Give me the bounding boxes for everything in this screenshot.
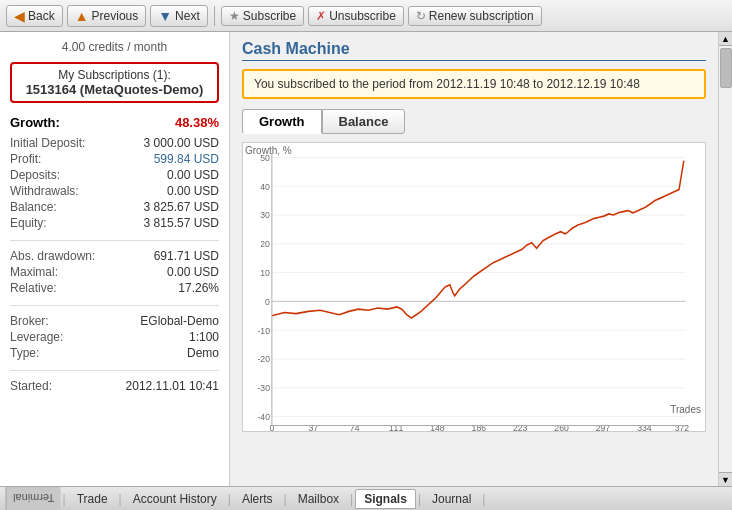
svg-text:74: 74	[350, 422, 360, 431]
next-icon: ▼	[158, 8, 172, 24]
credits-text: 4.00 credits / month	[62, 40, 167, 54]
chart-container: Growth, % Trades 50	[242, 142, 706, 432]
growth-row: Growth: 48.38%	[10, 115, 219, 130]
right-panel: Cash Machine You subscribed to the perio…	[230, 32, 718, 486]
bottom-tab-mailbox[interactable]: Mailbox	[289, 489, 348, 509]
drawdown-value: 17.26%	[178, 281, 219, 295]
svg-text:372: 372	[675, 422, 689, 431]
svg-text:-40: -40	[257, 411, 270, 422]
drawdown-label: Relative:	[10, 281, 57, 295]
growth-value: 48.38%	[175, 115, 219, 130]
svg-text:20: 20	[260, 239, 270, 250]
back-button[interactable]: ◀ Back	[6, 5, 63, 27]
scrollbar-down-button[interactable]: ▼	[719, 472, 733, 486]
subscribe-button[interactable]: ★ Subscribe	[221, 6, 304, 26]
broker-label: Leverage:	[10, 330, 63, 344]
broker-value: Demo	[187, 346, 219, 360]
stat-row: Withdrawals:0.00 USD	[10, 184, 219, 198]
bottom-tab-signals[interactable]: Signals	[355, 489, 416, 509]
stat-value: 3 815.57 USD	[144, 216, 219, 230]
stats-section: Initial Deposit:3 000.00 USDProfit:599.8…	[10, 136, 219, 230]
subscription-notice: You subscribed to the period from 2012.1…	[242, 69, 706, 99]
bottom-sep-1: |	[119, 492, 122, 506]
drawdown-row: Abs. drawdown:691.71 USD	[10, 249, 219, 263]
stat-label: Equity:	[10, 216, 47, 230]
svg-text:10: 10	[260, 267, 270, 278]
scrollbar[interactable]: ▲ ▼	[718, 32, 732, 486]
stat-value: 0.00 USD	[167, 184, 219, 198]
subscribe-label: Subscribe	[243, 9, 296, 23]
divider-1	[10, 240, 219, 241]
renew-label: Renew subscription	[429, 9, 534, 23]
svg-text:186: 186	[472, 422, 486, 431]
subscribe-icon: ★	[229, 9, 240, 23]
signal-title: Cash Machine	[242, 40, 706, 61]
broker-row: Leverage:1:100	[10, 330, 219, 344]
svg-text:0: 0	[265, 296, 270, 307]
svg-text:30: 30	[260, 210, 270, 221]
stat-label: Profit:	[10, 152, 41, 166]
stat-row: Equity:3 815.57 USD	[10, 216, 219, 230]
drawdown-value: 0.00 USD	[167, 265, 219, 279]
broker-section: Broker:EGlobal-DemoLeverage:1:100Type:De…	[10, 314, 219, 360]
scrollbar-up-button[interactable]: ▲	[719, 32, 733, 46]
bottom-separator-0: |	[63, 492, 66, 506]
stat-label: Initial Deposit:	[10, 136, 85, 150]
subscription-box: My Subscriptions (1): 1513164 (MetaQuote…	[10, 62, 219, 103]
previous-icon: ▲	[75, 8, 89, 24]
drawdown-label: Abs. drawdown:	[10, 249, 95, 263]
divider-3	[10, 370, 219, 371]
svg-text:334: 334	[637, 422, 651, 431]
broker-label: Type:	[10, 346, 39, 360]
started-value: 2012.11.01 10:41	[126, 379, 219, 393]
stat-row: Deposits:0.00 USD	[10, 168, 219, 182]
next-button[interactable]: ▼ Next	[150, 5, 208, 27]
started-row: Started: 2012.11.01 10:41	[10, 379, 219, 393]
stat-row: Profit:599.84 USD	[10, 152, 219, 166]
subscription-title: My Subscriptions (1):	[20, 68, 209, 82]
bottom-sep-5: |	[418, 492, 421, 506]
chart-tab-growth[interactable]: Growth	[242, 109, 322, 134]
svg-text:-30: -30	[257, 383, 270, 394]
separator-1	[214, 6, 215, 26]
drawdown-section: Abs. drawdown:691.71 USDMaximal:0.00 USD…	[10, 249, 219, 295]
broker-label: Broker:	[10, 314, 49, 328]
unsubscribe-label: Unsubscribe	[329, 9, 396, 23]
renew-button[interactable]: ↻ Renew subscription	[408, 6, 542, 26]
bottom-tab-journal[interactable]: Journal	[423, 489, 480, 509]
credits-info: 4.00 credits / month	[10, 40, 219, 54]
svg-text:37: 37	[308, 422, 318, 431]
previous-button[interactable]: ▲ Previous	[67, 5, 147, 27]
svg-text:223: 223	[513, 422, 527, 431]
bottom-tab-alerts[interactable]: Alerts	[233, 489, 282, 509]
subscription-id: 1513164 (MetaQuotes-Demo)	[20, 82, 209, 97]
stat-row: Balance:3 825.67 USD	[10, 200, 219, 214]
stat-value: 3 000.00 USD	[144, 136, 219, 150]
svg-text:-20: -20	[257, 354, 270, 365]
back-icon: ◀	[14, 8, 25, 24]
previous-label: Previous	[92, 9, 139, 23]
svg-text:148: 148	[430, 422, 444, 431]
stat-label: Withdrawals:	[10, 184, 79, 198]
left-panel: 4.00 credits / month My Subscriptions (1…	[0, 32, 230, 486]
drawdown-row: Relative:17.26%	[10, 281, 219, 295]
stat-value: 3 825.67 USD	[144, 200, 219, 214]
chart-tabs: GrowthBalance	[242, 109, 706, 134]
bottom-tab-account-history[interactable]: Account History	[124, 489, 226, 509]
bottom-bar: Terminal | Trade | Account History | Ale…	[0, 486, 732, 510]
terminal-label: Terminal	[6, 487, 61, 510]
stat-label: Balance:	[10, 200, 57, 214]
svg-text:40: 40	[260, 181, 270, 192]
stat-value: 599.84 USD	[154, 152, 219, 166]
bottom-tab-trade[interactable]: Trade	[68, 489, 117, 509]
broker-value: 1:100	[189, 330, 219, 344]
drawdown-label: Maximal:	[10, 265, 58, 279]
stat-label: Deposits:	[10, 168, 60, 182]
broker-row: Type:Demo	[10, 346, 219, 360]
scrollbar-thumb[interactable]	[720, 48, 732, 88]
broker-row: Broker:EGlobal-Demo	[10, 314, 219, 328]
unsubscribe-button[interactable]: ✗ Unsubscribe	[308, 6, 404, 26]
back-label: Back	[28, 9, 55, 23]
toolbar: ◀ Back ▲ Previous ▼ Next ★ Subscribe ✗ U…	[0, 0, 732, 32]
chart-tab-balance[interactable]: Balance	[322, 109, 406, 134]
